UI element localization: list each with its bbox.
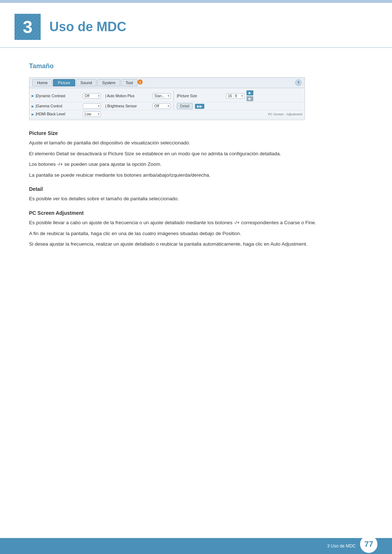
dynamic-contrast-select[interactable]: Off <box>83 93 101 99</box>
picture-btn-3[interactable]: ▶▶ <box>195 104 204 109</box>
row-divider <box>173 103 174 109</box>
page-number: 77 <box>360 535 377 553</box>
hdmi-black-level-select[interactable]: Low <box>83 111 101 117</box>
tab-system[interactable]: System <box>97 79 120 86</box>
ui-row-1: ▶ |Gamma Control | Brightness Sensor Off… <box>29 102 305 110</box>
pc-screen-adj-label: Adjustment <box>286 112 302 116</box>
tab-tool[interactable]: Tool <box>121 79 138 86</box>
tab-home[interactable]: Home <box>32 79 52 86</box>
row-label-auto-motion: | Auto Motion Plus <box>105 94 152 98</box>
row-arrow: ▶ <box>32 112 34 116</box>
notification-badge: 1 <box>138 79 143 85</box>
chapter-number: 3 <box>15 14 41 40</box>
tab-sound[interactable]: Sound <box>76 79 97 86</box>
ui-row-2: ▶ |HDMI Black Level Low PC Screen Adjust… <box>29 110 305 118</box>
ui-mockup: Home Picture Sound System Tool 1 ? ▶ |D <box>29 77 305 120</box>
gamma-control-select[interactable] <box>83 103 101 109</box>
row-arrow: ▶ <box>32 104 34 108</box>
picture-size-para-3: La pantalla se puede reubicar mediante l… <box>29 171 363 179</box>
subsection-picture-size-title: Picture Size <box>29 130 363 136</box>
right-section-3: PC Screen Adjustment <box>268 112 302 116</box>
auto-motion-plus-select[interactable]: Stan... <box>152 93 171 99</box>
row-label-hdmi: |HDMI Black Level <box>36 112 83 116</box>
ui-toolbar: Home Picture Sound System Tool 1 ? <box>29 78 305 88</box>
picture-size-select[interactable]: 16 : 9 <box>226 93 244 99</box>
chapter-header: 3 Uso de MDC <box>0 3 392 48</box>
tab-picture[interactable]: Picture <box>53 79 75 86</box>
top-bar <box>0 0 392 3</box>
pc-screen-para-1: A fin de reubicar la pantalla, haga clic… <box>29 230 363 238</box>
picture-btn-2[interactable]: ▶ <box>246 96 253 101</box>
right-section: |Picture Size 16 : 9 ▶ ▶ <box>177 90 253 101</box>
ui-rows: ▶ |Dynamic Contrast Off | Auto Motion Pl… <box>29 88 305 120</box>
row-divider <box>173 90 174 101</box>
help-button[interactable]: ? <box>295 79 302 86</box>
picture-size-para-2: Los botones -/+ se pueden usar para ajus… <box>29 160 363 168</box>
chapter-title: Uso de MDC <box>49 19 126 34</box>
brightness-sensor-select[interactable]: Off <box>152 103 171 109</box>
row-label-picture-size: |Picture Size <box>177 94 224 98</box>
row-arrow: ▶ <box>32 94 34 98</box>
subsection-pc-screen-title: PC Screen Adjustment <box>29 210 363 216</box>
right-section-2: Detail ▶▶ <box>177 103 204 109</box>
picture-nav-buttons: ▶ ▶ <box>246 90 253 101</box>
detail-para-0: Es posible ver los detalles sobre el tam… <box>29 195 363 203</box>
subsections: Picture Size Ajuste el tamaño de pantall… <box>29 130 363 248</box>
detail-button[interactable]: Detail <box>177 103 193 109</box>
picture-size-para-0: Ajuste el tamaño de pantalla del disposi… <box>29 139 363 147</box>
picture-size-para-1: El elemento Detail se desactivará si Pic… <box>29 150 363 158</box>
row-label-brightness-sensor: | Brightness Sensor <box>105 104 152 108</box>
picture-nav-buttons-2: ▶▶ <box>195 104 204 109</box>
row-label-dynamic-contrast: |Dynamic Contrast <box>36 94 83 98</box>
ui-row-0: ▶ |Dynamic Contrast Off | Auto Motion Pl… <box>29 90 305 102</box>
main-content: Tamaño Home Picture Sound System Tool 1 … <box>0 48 392 273</box>
page-footer: 3 Uso de MDC 77 <box>0 538 392 554</box>
pc-screen-label: PC Screen <box>268 112 284 116</box>
section-title: Tamaño <box>29 62 363 70</box>
pc-screen-para-2: Si desea ajustar la frecuencia, realizar… <box>29 240 363 248</box>
footer-chapter-label: 3 Uso de MDC <box>327 543 356 549</box>
picture-btn-1[interactable]: ▶ <box>246 90 253 95</box>
pc-screen-para-0: Es posible llevar a cabo un ajuste de la… <box>29 219 363 227</box>
subsection-detail-title: Detail <box>29 186 363 192</box>
row-label-gamma: |Gamma Control <box>36 104 83 108</box>
